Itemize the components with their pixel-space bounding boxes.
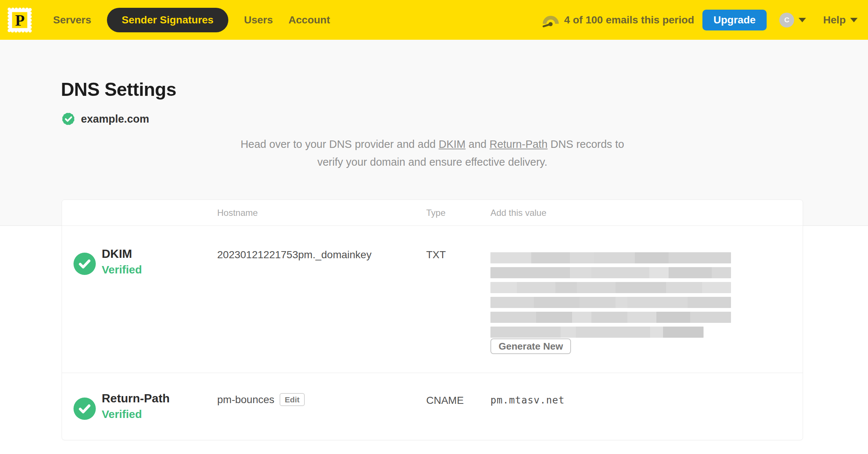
nav-right-group: 4 of 100 emails this period Upgrade C He… xyxy=(542,10,858,30)
record-status: Verified xyxy=(102,263,142,276)
return-path-link[interactable]: Return-Path xyxy=(489,138,547,150)
column-header-type: Type xyxy=(426,208,446,218)
avatar: C xyxy=(779,13,794,27)
nav-item-account[interactable]: Account xyxy=(288,14,330,26)
column-header-hostname: Hostname xyxy=(217,208,258,218)
help-label: Help xyxy=(823,14,846,26)
domain-name: example.com xyxy=(81,113,149,125)
page-title: DNS Settings xyxy=(61,79,176,100)
return-path-value: pm.mtasv.net xyxy=(490,395,565,406)
column-header-add-this-value: Add this value xyxy=(490,208,546,218)
table-header-row: Hostname Type Add this value xyxy=(62,200,803,226)
nav-item-sender-signatures-active[interactable]: Sender Signatures xyxy=(107,8,228,32)
chevron-down-icon xyxy=(850,18,858,22)
redacted-line xyxy=(490,267,731,278)
verified-seal-icon xyxy=(61,111,76,126)
dkim-type: TXT xyxy=(426,249,446,261)
nav-item-servers[interactable]: Servers xyxy=(53,14,91,26)
redacted-line xyxy=(490,252,731,263)
table-row-return-path: Return-Path Verified pm-bounces Edit CNA… xyxy=(62,373,803,440)
chevron-down-icon xyxy=(799,18,806,22)
usage-text: 4 of 100 emails this period xyxy=(564,14,694,26)
dkim-value-redacted xyxy=(490,252,732,341)
nav-links: Servers Sender Signatures Users Account xyxy=(53,8,330,32)
dkim-hostname: 20230121221753pm._domainkey xyxy=(217,249,372,261)
dkim-link[interactable]: DKIM xyxy=(438,138,466,150)
record-name: Return-Path xyxy=(102,392,170,405)
redacted-line xyxy=(490,282,731,293)
return-path-hostname-cell: pm-bounces Edit xyxy=(217,393,305,406)
edit-button[interactable]: Edit xyxy=(280,393,305,406)
redacted-line xyxy=(490,312,731,323)
postmark-logo-icon[interactable]: P xyxy=(6,6,34,35)
nav-item-users[interactable]: Users xyxy=(244,14,273,26)
dns-records-card: Hostname Type Add this value DKIM Verifi… xyxy=(62,200,803,440)
record-name: DKIM xyxy=(102,247,132,261)
verified-check-icon xyxy=(74,398,96,420)
return-path-type: CNAME xyxy=(426,395,464,406)
redacted-line xyxy=(490,297,731,308)
domain-row: example.com xyxy=(61,111,149,126)
plan-usage-link[interactable]: 4 of 100 emails this period xyxy=(542,12,694,29)
top-navigation-bar: P Servers Sender Signatures Users Accoun… xyxy=(0,0,868,40)
logo-letter: P xyxy=(15,12,25,29)
help-menu[interactable]: Help xyxy=(823,14,858,26)
account-menu[interactable]: C xyxy=(779,13,806,27)
hero-background-band xyxy=(0,40,868,226)
redacted-line xyxy=(490,327,704,338)
gauge-icon xyxy=(542,12,559,29)
record-status: Verified xyxy=(102,408,142,421)
return-path-hostname: pm-bounces xyxy=(217,394,274,406)
verified-check-icon xyxy=(74,253,96,275)
upgrade-button[interactable]: Upgrade xyxy=(702,10,767,30)
table-row-dkim: DKIM Verified 20230121221753pm._domainke… xyxy=(62,226,803,373)
description-text: Head over to your DNS provider and add xyxy=(241,138,439,150)
generate-new-button[interactable]: Generate New xyxy=(490,338,571,354)
page-description: Head over to your DNS provider and add D… xyxy=(62,135,803,171)
